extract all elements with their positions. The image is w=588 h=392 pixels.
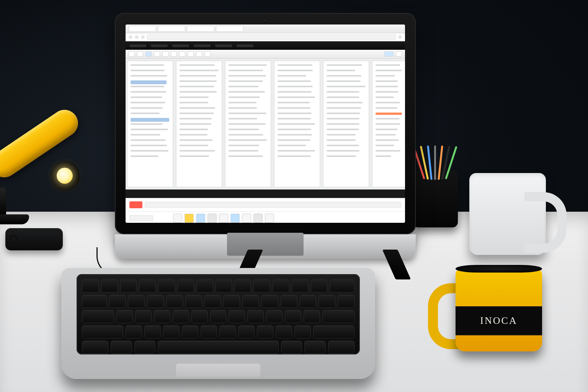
keyboard-key[interactable] bbox=[300, 295, 317, 308]
keyboard-key[interactable] bbox=[201, 325, 217, 338]
nav-back-icon[interactable] bbox=[129, 35, 132, 39]
keyboard-key[interactable] bbox=[219, 325, 236, 338]
keyboard-key[interactable] bbox=[109, 295, 126, 308]
keyboard-key[interactable] bbox=[322, 310, 354, 323]
keyboard-key[interactable] bbox=[128, 295, 145, 308]
keyboard-key[interactable] bbox=[182, 325, 198, 338]
keyboard-key[interactable] bbox=[210, 310, 227, 323]
keyboard-key[interactable] bbox=[177, 279, 194, 292]
keyboard-key[interactable] bbox=[139, 279, 156, 292]
palette-swatch[interactable] bbox=[219, 214, 228, 223]
nav-reload-icon[interactable] bbox=[141, 35, 145, 39]
browser-tab[interactable] bbox=[187, 26, 214, 32]
yellow-mug: INOCA bbox=[456, 268, 542, 351]
keyboard-key[interactable] bbox=[82, 325, 123, 338]
keyboard-key[interactable] bbox=[273, 279, 289, 292]
pen-cup bbox=[413, 154, 458, 227]
keyboard-key[interactable] bbox=[82, 341, 108, 354]
sidebar-column[interactable] bbox=[127, 61, 173, 187]
keyboard-key[interactable] bbox=[294, 325, 311, 338]
keyboard-key[interactable] bbox=[304, 341, 326, 354]
laptop-trackpad[interactable] bbox=[176, 364, 260, 377]
keyboard-key[interactable] bbox=[134, 341, 156, 354]
input-field[interactable] bbox=[129, 215, 153, 221]
keyboard-key[interactable] bbox=[126, 325, 142, 338]
keyboard-key[interactable] bbox=[242, 295, 259, 308]
keyboard-key[interactable] bbox=[330, 279, 354, 292]
keyboard-key[interactable] bbox=[216, 279, 232, 292]
keyboard-key[interactable] bbox=[154, 310, 170, 323]
palette-swatch[interactable] bbox=[173, 214, 182, 223]
keyboard-key[interactable] bbox=[191, 310, 208, 323]
monitor-screen bbox=[126, 24, 405, 223]
keyboard-key[interactable] bbox=[266, 310, 283, 323]
keyboard-key[interactable] bbox=[328, 341, 354, 354]
keyboard-key[interactable] bbox=[261, 295, 278, 308]
keyboard-key[interactable] bbox=[223, 295, 240, 308]
palette-swatch[interactable] bbox=[230, 214, 240, 223]
nav-forward-icon[interactable] bbox=[135, 35, 139, 39]
keyboard-key[interactable] bbox=[147, 295, 164, 308]
keyboard-key[interactable] bbox=[281, 341, 302, 354]
keyboard-key[interactable] bbox=[163, 325, 180, 338]
menu-icon[interactable] bbox=[398, 35, 402, 39]
app-ribbon[interactable] bbox=[126, 50, 405, 59]
keyboard-key[interactable] bbox=[82, 279, 99, 292]
bottom-panel-2 bbox=[126, 211, 405, 223]
document-column[interactable] bbox=[372, 61, 405, 187]
document-column[interactable] bbox=[274, 61, 320, 187]
webcam-icon bbox=[263, 18, 267, 22]
palette-swatch[interactable] bbox=[253, 214, 263, 223]
document-column[interactable] bbox=[225, 61, 271, 187]
keyboard-key[interactable] bbox=[257, 325, 273, 338]
keyboard-key[interactable] bbox=[185, 295, 202, 308]
app-menubar[interactable] bbox=[126, 41, 405, 50]
keyboard-key[interactable] bbox=[318, 295, 335, 308]
keyboard-key[interactable] bbox=[116, 310, 133, 323]
palette-swatch[interactable] bbox=[242, 214, 251, 223]
keyboard-key[interactable] bbox=[144, 325, 161, 338]
keyboard-key[interactable] bbox=[158, 341, 278, 354]
browser-tabstrip[interactable] bbox=[126, 24, 405, 33]
palette-swatch[interactable] bbox=[265, 214, 274, 223]
palette-swatch[interactable] bbox=[185, 214, 194, 223]
keyboard-key[interactable] bbox=[204, 295, 221, 308]
palette-swatch[interactable] bbox=[207, 214, 217, 223]
keyboard-key[interactable] bbox=[82, 310, 114, 323]
laptop-keyboard[interactable] bbox=[82, 279, 354, 338]
document-column[interactable] bbox=[176, 61, 222, 187]
keyboard-key[interactable] bbox=[166, 295, 183, 308]
keyboard-key[interactable] bbox=[229, 310, 245, 323]
keyboard-key[interactable] bbox=[292, 279, 309, 292]
keyboard-key[interactable] bbox=[238, 325, 255, 338]
monitor bbox=[115, 13, 416, 234]
keyboard-key[interactable] bbox=[253, 279, 270, 292]
palette-swatch[interactable] bbox=[196, 214, 205, 223]
pen bbox=[434, 145, 436, 180]
keyboard-key[interactable] bbox=[111, 341, 132, 354]
app-divider bbox=[126, 189, 405, 198]
keyboard-key[interactable] bbox=[82, 295, 107, 308]
document-column[interactable] bbox=[323, 61, 369, 187]
keyboard-key[interactable] bbox=[281, 295, 297, 308]
browser-tab[interactable] bbox=[216, 26, 243, 32]
browser-tab[interactable] bbox=[129, 26, 156, 32]
keyboard-key[interactable] bbox=[196, 279, 213, 292]
browser-tab[interactable] bbox=[158, 26, 185, 32]
keyboard-key[interactable] bbox=[120, 279, 137, 292]
alert-badge[interactable] bbox=[129, 201, 142, 208]
keyboard-key[interactable] bbox=[173, 310, 189, 323]
keyboard-key[interactable] bbox=[338, 295, 354, 308]
keyboard-key[interactable] bbox=[285, 310, 301, 323]
keyboard-key[interactable] bbox=[101, 279, 118, 292]
keyboard-key[interactable] bbox=[247, 310, 264, 323]
keyboard-key[interactable] bbox=[311, 279, 328, 292]
keyboard-key[interactable] bbox=[313, 325, 354, 338]
keyboard-key[interactable] bbox=[234, 279, 251, 292]
keyboard-key[interactable] bbox=[135, 310, 152, 323]
input-field[interactable] bbox=[145, 202, 401, 208]
keyboard-key[interactable] bbox=[276, 325, 292, 338]
keyboard-key[interactable] bbox=[158, 279, 175, 292]
keyboard-key[interactable] bbox=[304, 310, 320, 323]
address-bar[interactable] bbox=[147, 34, 396, 40]
